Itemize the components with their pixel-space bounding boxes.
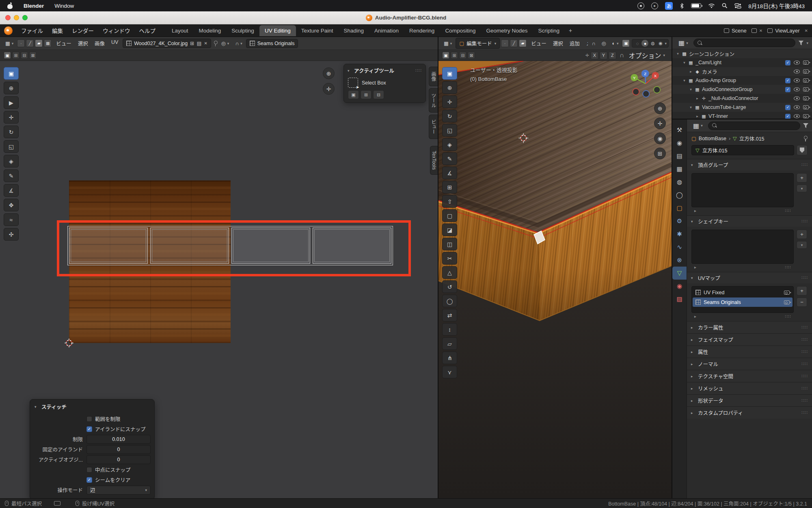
perspective-toggle-button[interactable] [654, 148, 666, 159]
face-select[interactable]: ▰ [519, 39, 527, 47]
mode-subtract[interactable]: ⊟ [21, 52, 28, 59]
close-window-button[interactable] [5, 15, 11, 20]
rotate-tool[interactable]: ↻ [4, 126, 19, 138]
rip-region-tool[interactable]: ▶ [4, 96, 19, 109]
uvmap-render-toggle[interactable] [784, 300, 790, 304]
proportional-editing-button[interactable] [219, 39, 231, 48]
checkbox[interactable] [86, 426, 92, 432]
expand-arrow-icon[interactable]: ▸ [688, 69, 694, 74]
scale-tool[interactable]: ◱ [442, 124, 457, 137]
mirror-axis-toggle[interactable]: Z [609, 52, 616, 59]
render-visibility-toggle[interactable] [803, 96, 809, 100]
viewport-menu[interactable]: メッシュ [583, 38, 588, 48]
tab-constraints[interactable]: ⊗ [672, 254, 687, 267]
tab-world[interactable]: ◯ [672, 189, 687, 202]
outliner-row[interactable]: ▾ ▦ AudioConnectorGroup [672, 85, 812, 94]
render-visibility-toggle[interactable] [803, 105, 809, 109]
collapsed-panel-header[interactable]: ノーマル [687, 358, 812, 370]
mesh-name-field[interactable]: 立方体.015 [691, 145, 794, 155]
bevel-tool[interactable]: ◪ [442, 224, 457, 236]
topbar-menu[interactable]: ヘルプ [135, 25, 160, 36]
add-vertex-group-button[interactable] [797, 173, 807, 182]
blender-logo-icon[interactable] [4, 26, 13, 35]
snap-icon[interactable] [620, 52, 624, 59]
status-circle-icon[interactable] [637, 2, 644, 9]
poly-build-tool[interactable]: △ [442, 266, 457, 279]
outliner-item-label[interactable]: VT-Inner [708, 113, 785, 119]
add-cube-tool[interactable]: ⊞ [442, 181, 457, 193]
panel-grip-icon[interactable] [801, 349, 808, 354]
sidebar-tab[interactable]: ツール [429, 88, 438, 113]
hide-eye-toggle[interactable] [794, 87, 800, 91]
sidebar-tab[interactable]: 画像 [429, 67, 438, 86]
rendered-shading-button[interactable] [657, 40, 664, 47]
new-image-button[interactable] [190, 40, 194, 46]
spotlight-search-icon[interactable] [722, 3, 728, 9]
topbar-menu[interactable]: ファイル [17, 25, 48, 36]
tab-scene[interactable]: ◍ [672, 176, 687, 189]
add-workspace-button[interactable]: + [565, 25, 576, 36]
mode-set[interactable]: ▣ [4, 52, 11, 59]
workspace-tab[interactable]: Scripting [533, 25, 565, 36]
panel-grip-icon[interactable] [801, 410, 808, 415]
scale-tool[interactable]: ◱ [4, 140, 19, 153]
mode-subtract[interactable]: ⊟ [373, 90, 384, 99]
topbar-menu[interactable]: レンダー [67, 25, 98, 36]
collapsed-panel-header[interactable]: リメッシュ [687, 382, 812, 394]
input-source-badge[interactable]: あ [665, 2, 673, 10]
cursor-tool[interactable]: ⊕ [442, 81, 457, 94]
filter-icon[interactable] [798, 41, 803, 46]
outliner-row[interactable]: ▾ ▦ Audio-Amp Group [672, 76, 812, 85]
render-visibility-toggle[interactable] [803, 114, 809, 118]
spin-tool[interactable]: ↺ [442, 280, 457, 293]
camera-view-button[interactable] [654, 132, 666, 144]
expand-arrow-icon[interactable]: ▾ [681, 78, 687, 82]
zoom-window-button[interactable] [22, 15, 28, 20]
remove-view-layer-button[interactable] [805, 28, 808, 33]
uv-face-select[interactable]: ▰ [35, 39, 43, 47]
mode-intersect[interactable]: ⊠ [468, 52, 475, 59]
transform-tool[interactable]: ◈ [4, 155, 19, 167]
workspace-tab[interactable]: Shading [338, 25, 369, 36]
zoom-gizmo-button[interactable] [654, 102, 666, 114]
collection-checkbox[interactable] [785, 60, 790, 65]
proportional-editing-button[interactable] [599, 39, 608, 48]
uv-canvas[interactable]: ▣⊕▶✛↻◱◈✎∡✥≈✣ アクティブツール Select Box [0, 61, 438, 498]
expand-arrow-icon[interactable] [694, 208, 696, 213]
annotate-tool[interactable]: ✎ [442, 152, 457, 165]
expand-arrow-icon[interactable]: ▾ [681, 61, 687, 65]
uvmap-row[interactable]: Seams Originals [693, 297, 793, 307]
options-dropdown[interactable]: オプション [626, 50, 668, 61]
expand-arrow-icon[interactable]: ▾ [675, 52, 681, 56]
tab-texture[interactable]: ▨ [672, 293, 687, 306]
outliner-row[interactable]: ▾ ▦ VaccumTube-Large [672, 103, 812, 112]
properties-search-input[interactable] [708, 122, 800, 130]
uv-edge-select[interactable]: ╱ [26, 39, 34, 47]
select-box-tool[interactable]: ▣ [4, 67, 19, 80]
move-tool[interactable]: ✛ [442, 96, 457, 108]
overlays-button[interactable] [609, 39, 621, 48]
pin-id-icon[interactable] [803, 136, 808, 141]
uv-editor-menu[interactable]: 画像 [91, 38, 108, 48]
uv-maps-panel-header[interactable]: UVマップ [687, 272, 812, 283]
workspace-tab[interactable]: Texture Paint [296, 25, 339, 36]
sidebar-tab[interactable]: TexTools [430, 146, 438, 175]
tab-object[interactable]: ▢ [672, 202, 687, 215]
uv-editor-menu[interactable]: UV [108, 38, 121, 48]
hide-eye-toggle[interactable] [794, 105, 800, 109]
shape-key-specials-button[interactable] [797, 241, 807, 249]
collection-checkbox[interactable] [785, 105, 790, 110]
zoom-gizmo-button[interactable] [323, 67, 335, 79]
rotate-tool[interactable]: ↻ [442, 110, 457, 122]
cursor-tool[interactable]: ⊕ [4, 82, 19, 94]
collapsed-panel-header[interactable]: テクスチャ空間 [687, 370, 812, 382]
collapse-arrow-icon[interactable] [35, 405, 39, 409]
shape-keys-panel-header[interactable]: シェイプキー [687, 216, 812, 227]
panel-grip-icon[interactable] [801, 373, 808, 379]
image-datablock-selector[interactable]: Wood027_4K_Color.jpg [123, 39, 211, 48]
value-field[interactable]: 辺 [86, 486, 151, 495]
vertex-group-specials-button[interactable] [797, 185, 807, 192]
control-center-icon[interactable] [734, 3, 741, 9]
mode-extend[interactable]: ⊞ [361, 90, 371, 99]
outliner-row[interactable]: ▾ ▩ シーンコレクション [672, 49, 812, 58]
